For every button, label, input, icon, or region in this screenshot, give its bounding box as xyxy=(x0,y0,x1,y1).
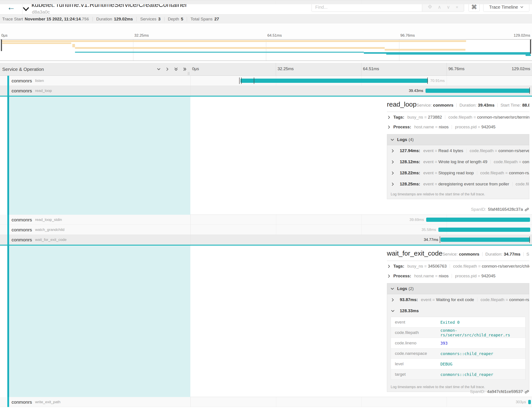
expand-one-icon[interactable] xyxy=(165,67,170,71)
kv-value: nixos xyxy=(439,125,449,129)
span-duration-bar[interactable] xyxy=(426,88,530,93)
deep-link-icon[interactable] xyxy=(525,207,529,212)
tick-label: 0μs xyxy=(190,66,199,71)
operation-name: watch_grandchild xyxy=(35,228,64,232)
collapse-all-icon[interactable] xyxy=(174,67,178,71)
span-duration-bar[interactable] xyxy=(426,218,530,222)
log-entry-row[interactable]: 93.87ms:event = Waiting for exit codecod… xyxy=(387,294,529,305)
log-entry-row[interactable]: 128.12ms:event = Wrote log line of lengt… xyxy=(387,156,529,167)
spanid-row: SpanID: 5faf48165428c37a xyxy=(471,207,529,212)
logs-accordion-header[interactable]: Logs (4) xyxy=(387,134,529,145)
log-field-key: target xyxy=(391,372,440,377)
log-field-row: targetconmonrs::child_reaper xyxy=(391,369,525,380)
tags-accordion[interactable]: Tags:busy_ns = 34506763code.filepath = c… xyxy=(387,261,529,271)
span-duration-bar[interactable] xyxy=(441,238,530,242)
span-timeline-cell[interactable]: 70.91ms xyxy=(190,76,532,86)
service-operation-header: Service & Operation xyxy=(2,63,44,76)
minimap-left-drag-handle[interactable] xyxy=(1,39,2,51)
chevron-right-icon xyxy=(391,182,395,186)
span-name-cell[interactable]: conmonrsread_loop_stdin xyxy=(11,215,62,225)
span-name-cell[interactable]: conmonrswatch_grandchild xyxy=(11,225,65,235)
kv-key: busy_ns xyxy=(407,264,423,268)
span-duration-bar[interactable] xyxy=(438,228,530,232)
collapse-one-icon[interactable] xyxy=(157,67,161,71)
operation-name: read_loop xyxy=(35,88,52,93)
tags-label: Tags: xyxy=(393,115,404,120)
service-name: conmonrs xyxy=(11,217,32,223)
span-color-bar xyxy=(7,397,9,407)
span-duration-bar[interactable] xyxy=(240,78,428,83)
log-entry-row[interactable]: 127.94ms:event = Read 4 bytescode.filepa… xyxy=(387,145,529,156)
kv-divider xyxy=(445,115,445,119)
log-field-row: code.lineno393 xyxy=(391,338,525,348)
span-timeline-cell[interactable]: 39.43ms xyxy=(190,86,532,96)
span-timeline-cell[interactable]: 34.77ms xyxy=(190,235,532,245)
deep-link-icon[interactable] xyxy=(525,390,529,394)
kv-pair: host.name = nixos xyxy=(414,274,449,278)
logs-accordion-header[interactable]: Logs (2) xyxy=(387,283,529,294)
process-accordion[interactable]: Process:host.name = nixosprocess.pid = 9… xyxy=(387,122,529,132)
kv-equals: = xyxy=(434,159,438,164)
kv-pair: event = Stopping read loop xyxy=(423,171,474,176)
kv-key: event xyxy=(423,148,434,153)
kv-key: process.pid xyxy=(455,125,476,129)
span-operation-title: wait_for_exit_code xyxy=(387,250,442,257)
log-entry-row[interactable]: 128.25ms:event = deregistering event sou… xyxy=(387,178,529,190)
span-name-cell[interactable]: conmonrslisten xyxy=(11,76,44,86)
meta-divider xyxy=(523,252,523,256)
span-name-cell[interactable]: conmonrsread_loop xyxy=(11,86,52,96)
find-next-icon[interactable]: ∨ xyxy=(446,4,450,10)
log-entry-row[interactable]: 128.33ms xyxy=(387,305,529,316)
span-row-wait_for_exit_code[interactable]: conmonrswait_for_exit_code34.77ms xyxy=(0,235,532,245)
span-duration-bar[interactable] xyxy=(528,400,531,404)
column-resize-handle[interactable]: || xyxy=(188,71,190,75)
timeline-grid-header: Service & Operation || 0μs32.25ms64.51ms… xyxy=(0,63,532,76)
log-timestamp: 127.94ms: xyxy=(400,148,420,153)
collapse-title-chevron-icon[interactable] xyxy=(23,7,29,12)
process-accordion[interactable]: Process:host.name = nixosprocess.pid = 9… xyxy=(387,271,529,281)
chevron-right-icon xyxy=(387,115,391,119)
span-timeline-cell[interactable]: 35.58ms xyxy=(190,225,532,235)
summary-label: Trace Start xyxy=(2,17,23,21)
minimap-canvas[interactable] xyxy=(0,39,532,61)
minimap-right-drag-handle[interactable] xyxy=(530,39,531,54)
span-duration-label: 34.77ms xyxy=(424,235,438,245)
span-operation-title: read_loop xyxy=(387,101,416,108)
expand-all-icon[interactable] xyxy=(183,67,187,71)
span-row-listen[interactable]: conmonrslisten70.91ms xyxy=(0,76,532,86)
process-label: Process: xyxy=(393,274,411,278)
find-target-icon[interactable] xyxy=(428,4,432,10)
kv-pair: event = Wrote log line of length 49 xyxy=(423,159,487,164)
tags-accordion[interactable]: Tags:busy_ns = 273882code.filepath = con… xyxy=(387,112,529,122)
span-name-cell[interactable]: conmonrswrite_exit_path xyxy=(11,397,61,407)
kv-equals: = xyxy=(423,115,428,119)
timeline-gridline xyxy=(361,235,362,245)
span-duration-label: 35.58ms xyxy=(421,225,436,235)
span-row-read_loop[interactable]: conmonrsread_loop39.43ms xyxy=(0,86,532,97)
find-prev-icon[interactable]: ∧ xyxy=(438,4,441,10)
detail-title-row: read_loopService:conmonrsDuration:39.43m… xyxy=(387,97,529,108)
chevron-down-icon xyxy=(390,287,394,291)
log-timestamp: 128.25ms: xyxy=(400,182,420,186)
chevron-right-icon xyxy=(387,274,391,278)
span-row-write_exit_path[interactable]: conmonrswrite_exit_path303μs xyxy=(0,397,532,407)
logs-count: (2) xyxy=(408,286,414,291)
span-row-read_loop_stdin[interactable]: conmonrsread_loop_stdin39.69ms xyxy=(0,215,532,225)
timeline-gridline xyxy=(276,0,276,4)
find-clear-icon[interactable]: × xyxy=(456,4,458,10)
minimap-span xyxy=(68,42,71,44)
tick-label: 0μs xyxy=(0,33,8,38)
meta-label: Start Time: xyxy=(501,103,521,108)
log-timestamp: 93.87ms: xyxy=(400,297,418,302)
span-timeline-cell[interactable]: 303μs xyxy=(190,397,532,407)
timeline-gridline xyxy=(276,397,276,407)
chevron-right-icon xyxy=(387,264,391,268)
grid-header-divider xyxy=(446,63,447,76)
span-row-watch_grandchild[interactable]: conmonrswatch_grandchild35.58ms xyxy=(0,225,532,235)
span-name-cell[interactable]: conmonrswait_for_exit_code xyxy=(11,235,66,245)
kv-value: Stopping read loop xyxy=(438,171,474,175)
span-timeline-cell[interactable]: 39.69ms xyxy=(190,215,532,225)
span-color-bar xyxy=(7,225,9,235)
log-entry-row[interactable]: 128.22ms:event = Stopping read loopcode.… xyxy=(387,167,529,178)
minimap-span xyxy=(72,44,75,47)
